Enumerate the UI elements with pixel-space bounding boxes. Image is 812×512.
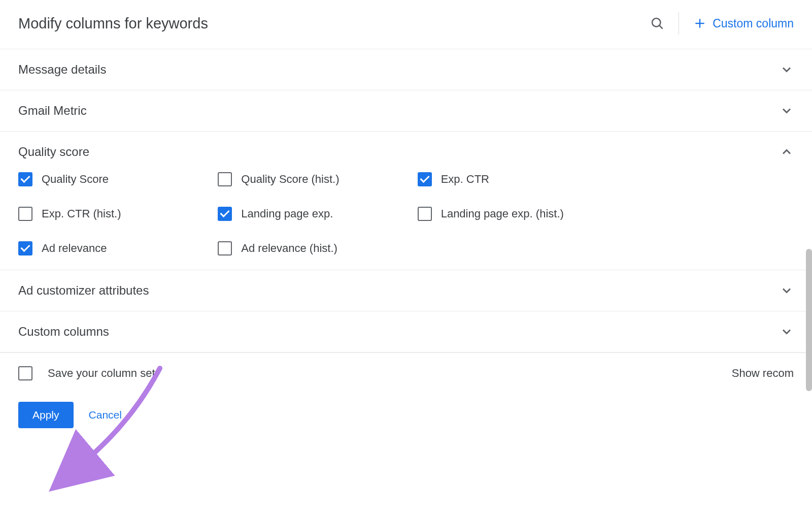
chevron-down-icon (780, 62, 794, 77)
plus-icon (693, 17, 706, 30)
checkbox-exp-ctr-hist[interactable]: Exp. CTR (hist.) (18, 207, 208, 221)
section-custom-columns: Custom columns (0, 311, 812, 353)
checkbox-label: Exp. CTR (441, 173, 489, 186)
section-title: Quality score (18, 145, 89, 159)
search-icon[interactable] (650, 16, 664, 30)
custom-column-button[interactable]: Custom column (693, 17, 794, 30)
checkbox-icon (18, 366, 32, 380)
checkbox-label: Quality Score (42, 173, 109, 186)
chevron-down-icon (780, 104, 794, 118)
show-recommended-link[interactable]: Show recom (732, 367, 794, 380)
chevron-down-icon (780, 283, 794, 298)
section-header-gmail-metric[interactable]: Gmail Metric (0, 90, 812, 131)
scrollbar[interactable] (806, 249, 812, 391)
section-title: Custom columns (18, 325, 109, 339)
cancel-button[interactable]: Cancel (89, 409, 122, 421)
checkbox-icon (18, 207, 32, 221)
apply-button[interactable]: Apply (18, 402, 74, 428)
save-column-set-checkbox[interactable]: Save your column set (18, 366, 155, 380)
checkbox-landing-page-exp[interactable]: Landing page exp. (218, 207, 407, 221)
footer: Save your column set Show recom Apply Ca… (0, 353, 812, 428)
checkbox-icon (218, 207, 232, 221)
checkbox-exp-ctr[interactable]: Exp. CTR (418, 172, 607, 186)
checkbox-quality-score-hist[interactable]: Quality Score (hist.) (218, 172, 407, 186)
checkbox-label: Landing page exp. (hist.) (441, 207, 564, 220)
section-ad-customizer: Ad customizer attributes (0, 270, 812, 311)
checkbox-icon (218, 172, 232, 186)
checkbox-label: Ad relevance (42, 242, 107, 255)
section-body-quality-score: Quality Score Quality Score (hist.) Exp.… (0, 172, 812, 270)
section-title: Message details (18, 62, 106, 77)
footer-buttons: Apply Cancel (18, 402, 794, 428)
checkbox-label: Exp. CTR (hist.) (42, 207, 121, 220)
footer-row: Save your column set Show recom (18, 366, 794, 380)
section-header-ad-customizer[interactable]: Ad customizer attributes (0, 270, 812, 311)
section-title: Gmail Metric (18, 104, 87, 118)
checkbox-quality-score[interactable]: Quality Score (18, 172, 208, 186)
checkbox-ad-relevance[interactable]: Ad relevance (18, 241, 208, 255)
checkbox-label: Landing page exp. (241, 207, 333, 220)
section-quality-score: Quality score Quality Score Quality Scor… (0, 132, 812, 270)
chevron-down-icon (780, 325, 794, 339)
checkbox-ad-relevance-hist[interactable]: Ad relevance (hist.) (218, 241, 407, 255)
header-divider (679, 12, 679, 35)
page-header: Modify columns for keywords Custom colum… (0, 0, 812, 49)
section-header-message-details[interactable]: Message details (0, 49, 812, 90)
checkbox-icon (18, 172, 32, 186)
svg-point-0 (652, 18, 660, 26)
section-message-details: Message details (0, 49, 812, 90)
checkbox-icon (418, 207, 432, 221)
svg-line-1 (660, 25, 663, 28)
checkbox-icon (418, 172, 432, 186)
section-header-custom-columns[interactable]: Custom columns (0, 311, 812, 352)
checkbox-label: Quality Score (hist.) (241, 173, 339, 186)
checkbox-icon (218, 241, 232, 255)
save-column-set-label: Save your column set (48, 367, 155, 380)
section-header-quality-score[interactable]: Quality score (0, 132, 812, 172)
custom-column-label: Custom column (713, 17, 794, 30)
section-title: Ad customizer attributes (18, 283, 149, 298)
section-gmail-metric: Gmail Metric (0, 90, 812, 132)
header-actions: Custom column (650, 12, 794, 35)
checkbox-landing-page-exp-hist[interactable]: Landing page exp. (hist.) (418, 207, 607, 221)
page-title: Modify columns for keywords (18, 15, 208, 32)
checkbox-label: Ad relevance (hist.) (241, 242, 337, 255)
checkbox-icon (18, 241, 32, 255)
chevron-up-icon (780, 145, 794, 159)
checkbox-grid: Quality Score Quality Score (hist.) Exp.… (18, 172, 607, 255)
